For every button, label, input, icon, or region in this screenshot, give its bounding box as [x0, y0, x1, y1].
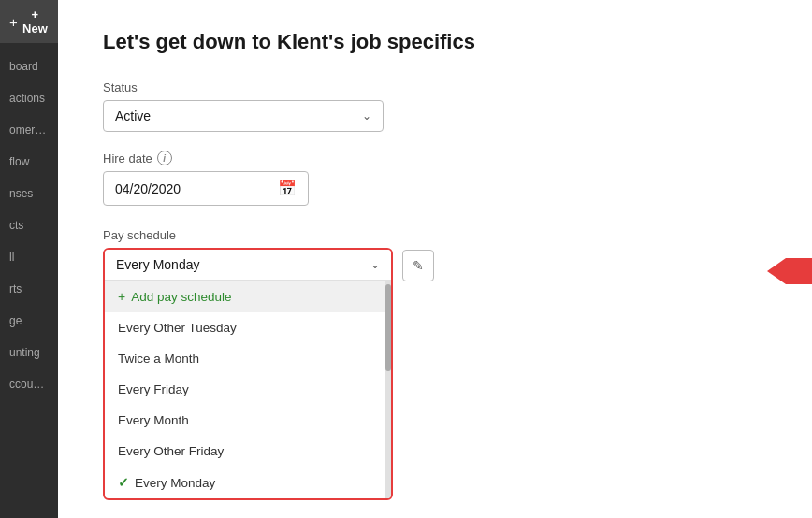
pay-schedule-label: Pay schedule	[103, 228, 767, 242]
dropdown-item-every-other-friday[interactable]: Every Other Friday	[105, 436, 391, 467]
sidebar-item-payroll[interactable]: ll	[0, 241, 58, 273]
red-arrow-indicator	[786, 258, 812, 284]
sidebar-item-expenses[interactable]: nses	[0, 178, 58, 209]
status-label: Status	[103, 80, 767, 94]
sidebar-nav: board actions omers & le flow nses cts l…	[0, 50, 58, 400]
sidebar-item-accountant[interactable]: ccountant	[0, 368, 58, 400]
status-chevron-icon: ⌄	[362, 109, 371, 122]
new-button[interactable]: + + New	[0, 0, 58, 43]
dropdown-items-area: + Add pay schedule Every Other Tuesday T…	[105, 281, 391, 498]
pay-schedule-section: Pay schedule Every Monday ⌄ + Add pay sc…	[103, 228, 767, 500]
hire-date-field[interactable]: 04/20/2020 📅	[103, 171, 309, 206]
dropdown-item-label: Every Other Friday	[118, 444, 224, 458]
pay-schedule-value: Every Monday	[116, 257, 199, 272]
dropdown-item-label: Twice a Month	[118, 352, 199, 366]
calendar-icon: 📅	[278, 180, 297, 197]
main-content: Let's get down to Klent's job specifics …	[58, 0, 812, 518]
add-pay-schedule-label: Add pay schedule	[131, 290, 231, 304]
status-value: Active	[115, 108, 151, 123]
pay-schedule-chevron-icon: ⌄	[370, 258, 380, 271]
dropdown-list-wrapper: + Add pay schedule Every Other Tuesday T…	[105, 281, 391, 498]
dropdown-item-every-monday[interactable]: ✓ Every Monday	[105, 467, 391, 498]
edit-pencil-button[interactable]: ✎	[402, 250, 434, 281]
hire-date-label: Hire date i	[103, 151, 767, 165]
add-icon: +	[118, 289, 125, 304]
sidebar-item-accounting[interactable]: unting	[0, 337, 58, 368]
hire-date-info-icon[interactable]: i	[157, 151, 172, 165]
pay-schedule-select[interactable]: Every Monday ⌄	[105, 250, 391, 281]
scrollbar-thumb	[385, 284, 391, 371]
sidebar: + + New board actions omers & le flow ns…	[0, 0, 58, 518]
sidebar-item-projects[interactable]: cts	[0, 209, 58, 241]
add-pay-schedule-item[interactable]: + Add pay schedule	[105, 281, 391, 312]
pay-schedule-dropdown-container: Every Monday ⌄ + Add pay schedule Every …	[103, 248, 393, 500]
scrollbar[interactable]	[385, 281, 391, 498]
page-title: Let's get down to Klent's job specifics	[103, 30, 767, 54]
hire-date-value: 04/20/2020	[115, 181, 181, 196]
dropdown-item-every-other-tuesday[interactable]: Every Other Tuesday	[105, 312, 391, 343]
plus-icon: +	[9, 14, 18, 30]
sidebar-item-manage[interactable]: ge	[0, 305, 58, 337]
pay-schedule-wrapper: Every Monday ⌄ + Add pay schedule Every …	[103, 248, 767, 500]
dropdown-item-every-friday[interactable]: Every Friday	[105, 374, 391, 405]
sidebar-item-reports[interactable]: rts	[0, 273, 58, 305]
dropdown-item-label: Every Monday	[135, 476, 215, 490]
sidebar-item-flow[interactable]: flow	[0, 146, 58, 178]
sidebar-item-board[interactable]: board	[0, 50, 58, 82]
check-icon: ✓	[118, 475, 129, 490]
dropdown-item-every-month[interactable]: Every Month	[105, 405, 391, 436]
sidebar-item-customers[interactable]: omers & le	[0, 114, 58, 146]
pencil-icon: ✎	[413, 258, 424, 273]
status-select[interactable]: Active ⌄	[103, 100, 384, 132]
dropdown-item-label: Every Friday	[118, 382, 189, 396]
dropdown-item-label: Every Other Tuesday	[118, 321, 237, 335]
sidebar-item-actions[interactable]: actions	[0, 82, 58, 114]
dropdown-item-twice-a-month[interactable]: Twice a Month	[105, 343, 391, 374]
new-button-label: + New	[22, 7, 49, 36]
dropdown-item-label: Every Month	[118, 413, 189, 427]
